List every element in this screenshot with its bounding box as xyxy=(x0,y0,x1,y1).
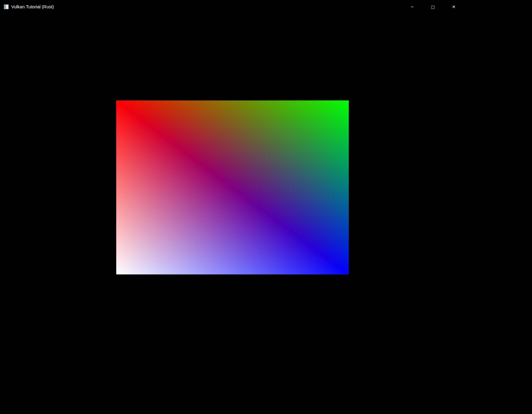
vulkan-gradient-quad xyxy=(116,100,349,274)
app-window: Vulkan Tutorial (Rust) ─ □ ✕ xyxy=(0,0,532,414)
close-button[interactable]: ✕ xyxy=(443,0,464,14)
maximize-button[interactable]: □ xyxy=(423,0,443,14)
minimize-icon: ─ xyxy=(411,5,413,9)
titlebar[interactable]: Vulkan Tutorial (Rust) ─ □ ✕ xyxy=(0,0,532,14)
caption-buttons: ─ □ ✕ xyxy=(402,0,465,14)
close-icon: ✕ xyxy=(452,5,455,9)
maximize-icon: □ xyxy=(431,5,435,9)
vulkan-viewport xyxy=(0,14,532,414)
minimize-button[interactable]: ─ xyxy=(402,0,423,14)
app-icon[interactable] xyxy=(4,4,9,9)
window-title: Vulkan Tutorial (Rust) xyxy=(11,0,54,14)
